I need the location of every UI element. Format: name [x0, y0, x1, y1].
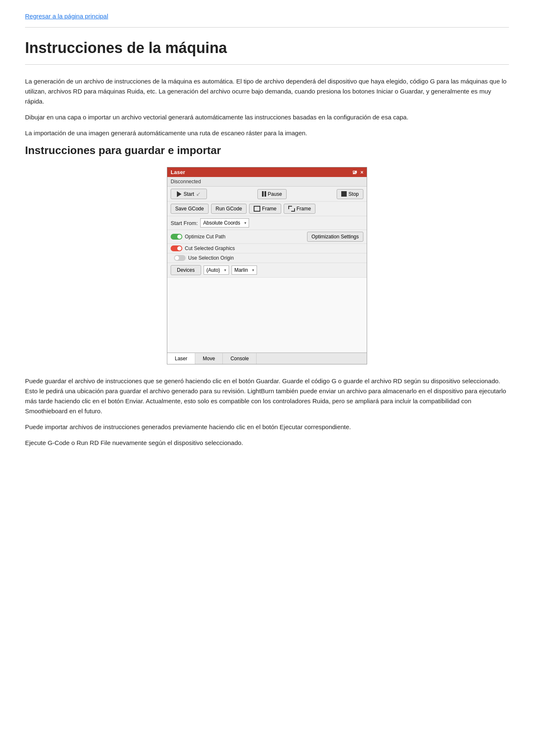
tab-laser-label: Laser — [175, 356, 187, 362]
section-2-title: Instrucciones para guardar e importar — [25, 144, 509, 157]
back-link[interactable]: Regresar a la página principal — [25, 13, 509, 20]
optimize-cut-label: Optimize Cut Path — [185, 234, 225, 240]
frame-corner-button[interactable]: Frame — [284, 204, 316, 214]
use-selection-label: Use Selection Origin — [188, 255, 234, 261]
frame-solid-label: Frame — [262, 206, 277, 212]
start-from-select-wrapper: Absolute Coords — [200, 218, 249, 228]
paragraph-save: Puede guardar el archivo de instruccione… — [25, 376, 509, 416]
tab-move-label: Move — [203, 356, 215, 362]
save-gcode-button[interactable]: Save GCode — [171, 204, 209, 214]
play-icon — [177, 191, 181, 197]
cut-selected-label: Cut Selected Graphics — [185, 245, 235, 251]
frame-solid-button[interactable]: Frame — [249, 204, 281, 214]
tab-row: Laser Move Console — [167, 353, 367, 364]
top-divider — [25, 27, 509, 28]
save-gcode-label: Save GCode — [175, 206, 204, 212]
stop-icon — [341, 191, 347, 197]
use-selection-toggle[interactable] — [174, 255, 186, 261]
start-from-select[interactable]: Absolute Coords — [200, 218, 249, 228]
ui-screenshot-container: Laser 🖳 × Disconnected Start ↙ — [25, 167, 509, 364]
laser-panel-title: Laser — [171, 169, 185, 175]
start-label: Start — [184, 191, 194, 197]
paragraph-1: La generación de un archivo de instrucci… — [25, 76, 509, 106]
start-button[interactable]: Start ↙ — [171, 189, 207, 199]
optimization-settings-button[interactable]: Optimization Settings — [307, 232, 363, 242]
panel-content-area — [167, 278, 367, 353]
tab-laser[interactable]: Laser — [167, 353, 195, 364]
optimize-row: Optimize Cut Path Optimization Settings — [167, 230, 367, 244]
stop-button[interactable]: Stop — [337, 189, 363, 199]
pause-label: Pause — [268, 191, 282, 197]
run-gcode-label: Run GCode — [216, 206, 242, 212]
paragraph-run: Ejecute G-Code o Run RD File nuevamente … — [25, 438, 509, 448]
left-options: Optimize Cut Path — [171, 234, 307, 240]
paragraph-import: Puede importar archivos de instrucciones… — [25, 422, 509, 432]
optimize-cut-toggle[interactable] — [171, 234, 182, 240]
cut-selected-toggle[interactable] — [171, 245, 182, 251]
frame-corner-label: Frame — [297, 206, 311, 212]
close-icon[interactable]: × — [360, 169, 363, 175]
frame-corner-icon — [288, 206, 295, 212]
marlin-select[interactable]: Marlin — [232, 265, 257, 275]
pin-icon[interactable]: 🖳 — [352, 169, 357, 175]
title-divider — [25, 64, 509, 65]
pause-icon — [262, 191, 266, 197]
devices-button[interactable]: Devices — [171, 265, 201, 275]
gcode-row: Save GCode Run GCode Frame Frame — [167, 202, 367, 216]
devices-row: Devices (Auto) Marlin — [167, 263, 367, 278]
run-gcode-button[interactable]: Run GCode — [211, 204, 247, 214]
optimization-settings-label: Optimization Settings — [312, 234, 359, 240]
start-from-label: Start From: — [171, 220, 198, 226]
right-options: Optimization Settings — [307, 232, 363, 242]
tab-console[interactable]: Console — [223, 353, 257, 364]
paragraph-2: Dibujar en una capa o importar un archiv… — [25, 112, 509, 122]
tab-console-label: Console — [230, 356, 249, 362]
devices-label: Devices — [177, 267, 195, 273]
page-title: Instrucciones de la máquina — [25, 39, 509, 57]
pause-button[interactable]: Pause — [257, 189, 287, 199]
cursor-hint: ↙ — [196, 191, 201, 197]
laser-panel: Laser 🖳 × Disconnected Start ↙ — [167, 167, 367, 364]
cut-selected-row: Cut Selected Graphics — [167, 244, 367, 253]
status-text: Disconnected — [171, 179, 201, 185]
titlebar-icons: 🖳 × — [352, 169, 363, 175]
stop-label: Stop — [348, 191, 359, 197]
laser-status: Disconnected — [167, 177, 367, 187]
frame-solid-icon — [254, 206, 260, 212]
marlin-select-wrapper: Marlin — [232, 265, 257, 275]
use-selection-row: Use Selection Origin — [167, 253, 367, 263]
auto-select[interactable]: (Auto) — [204, 265, 229, 275]
tab-move[interactable]: Move — [195, 353, 223, 364]
laser-titlebar: Laser 🖳 × — [167, 167, 367, 177]
control-row: Start ↙ Pause Stop — [167, 187, 367, 202]
auto-select-wrapper: (Auto) — [204, 265, 229, 275]
start-from-row: Start From: Absolute Coords — [167, 216, 367, 230]
optimize-cut-path-row: Optimize Cut Path — [171, 234, 307, 240]
paragraph-3: La importación de una imagen generará au… — [25, 128, 509, 138]
